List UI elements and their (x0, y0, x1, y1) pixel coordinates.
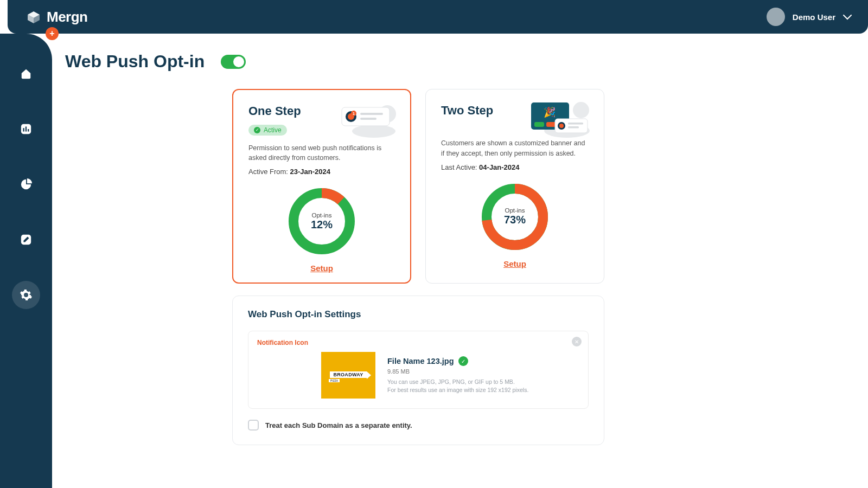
bar-chart-icon (20, 123, 32, 135)
svg-point-17 (573, 102, 589, 118)
svg-rect-12 (360, 113, 383, 115)
setup-link-one[interactable]: Setup (248, 264, 395, 273)
file-info: File Name 123.jpg ✓ 9.85 MB You can use … (387, 352, 579, 394)
pie-chart-icon (20, 178, 32, 190)
svg-rect-13 (360, 118, 376, 120)
file-hint-2: For best results use an image with size … (387, 386, 579, 394)
card-one-step[interactable]: 1 One Step ✓ Active Permission to send w… (232, 89, 411, 284)
subdomain-checkbox-row: Treat each Sub Domain as a separate enti… (248, 420, 589, 431)
brand-text: BROADWAY (330, 371, 366, 378)
subdomain-checkbox[interactable] (248, 420, 259, 431)
svg-rect-21 (546, 122, 556, 127)
svg-rect-1 (23, 128, 24, 131)
subdomain-label: Treat each Sub Domain as a separate enti… (265, 421, 412, 429)
close-icon[interactable]: ✕ (572, 337, 582, 346)
user-menu[interactable]: Demo User (767, 8, 852, 26)
icon-box-title: Notification Icon (257, 339, 579, 346)
nav-segments[interactable] (12, 170, 40, 198)
page-title: Web Push Opt-in (65, 52, 205, 72)
setup-link-two[interactable]: Setup (441, 259, 589, 268)
enable-toggle[interactable] (221, 55, 246, 69)
pencil-icon (20, 234, 32, 246)
svg-text:🎉: 🎉 (544, 106, 556, 118)
icon-preview: BROADWAY PIZZA (321, 352, 375, 399)
card-two-date: Last Active: 04-Jan-2024 (441, 163, 589, 171)
donut-two-step: Opt-ins 73% (480, 182, 550, 252)
badge-text: Active (264, 126, 282, 134)
check-icon: ✓ (254, 127, 260, 133)
svg-point-5 (352, 125, 395, 138)
nav-campaigns[interactable] (12, 226, 40, 254)
nav-analytics[interactable] (12, 115, 40, 143)
brand-logo: Mergn (26, 9, 88, 25)
user-name: Demo User (793, 12, 835, 22)
donut-one-step: Opt-ins 12% (287, 187, 356, 256)
brand-name: Mergn (47, 9, 88, 25)
nav-settings[interactable] (12, 281, 40, 309)
option-cards: 1 One Step ✓ Active Permission to send w… (232, 89, 852, 284)
card-two-desc: Customers are shown a customized banner … (441, 138, 589, 159)
add-button[interactable]: + (46, 27, 59, 40)
status-badge: ✓ Active (248, 125, 287, 136)
svg-point-24 (559, 124, 564, 128)
chevron-down-icon (843, 12, 852, 22)
svg-rect-2 (25, 126, 27, 131)
brand-logo-icon (26, 9, 41, 24)
brand-sub-text: PIZZA (329, 379, 340, 382)
settings-title: Web Push Opt-in Settings (248, 309, 589, 320)
svg-rect-3 (28, 129, 29, 132)
card-one-date: Active From: 23-Jan-2024 (248, 168, 395, 176)
svg-rect-25 (568, 123, 583, 125)
card-one-desc: Permission to send web push notification… (248, 143, 395, 164)
settings-card: Web Push Opt-in Settings ✕ Notification … (232, 296, 604, 445)
file-size: 9.85 MB (387, 368, 579, 375)
illustration-two-step: 🎉 (528, 99, 592, 140)
main-content: Web Push Opt-in 1 One Step ✓ (65, 52, 852, 488)
card-two-step[interactable]: 🎉 Two Step Customers are shown a customi… (425, 89, 604, 284)
file-name: File Name 123.jpg (387, 357, 454, 365)
sidebar: + (0, 34, 52, 488)
home-icon (20, 68, 32, 80)
svg-text:1: 1 (353, 112, 355, 115)
gear-icon (20, 288, 33, 301)
file-hint-1: You can use JPEG, JPG, PNG, or GIF up to… (387, 378, 579, 386)
svg-rect-26 (568, 126, 579, 129)
header: Mergn Demo User (8, 0, 868, 34)
notification-icon-box: ✕ Notification Icon BROADWAY PIZZA File … (248, 331, 589, 409)
nav-home[interactable] (12, 60, 40, 88)
illustration-one-step: 1 (339, 100, 398, 140)
title-row: Web Push Opt-in (65, 52, 852, 72)
avatar (767, 8, 785, 26)
check-icon: ✓ (458, 356, 468, 366)
svg-rect-20 (534, 122, 544, 127)
